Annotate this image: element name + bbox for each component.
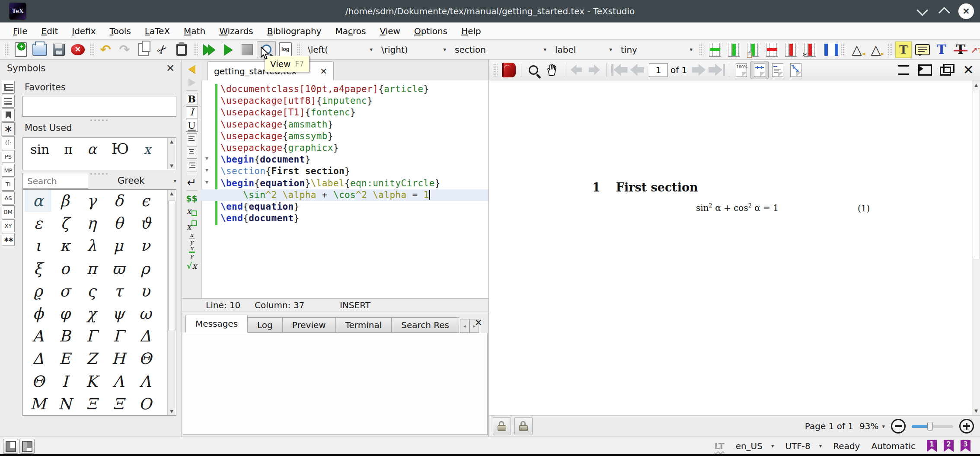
symbol-cell[interactable]: ψ xyxy=(105,303,132,325)
line-ending-mode[interactable]: Automatic xyxy=(871,441,916,451)
symbol-cell[interactable]: κ xyxy=(51,235,78,257)
toolbar-grip[interactable] xyxy=(5,43,9,56)
menu-edit[interactable]: Edit xyxy=(35,24,64,38)
symbol-cell[interactable]: ϕ xyxy=(25,303,51,325)
pdf-previous-page-button[interactable] xyxy=(628,61,646,79)
symbol-grid-scrollbar[interactable]: ▲ ▼ xyxy=(167,190,176,415)
symbol-cell[interactable]: E xyxy=(51,348,78,370)
panel-tab-log[interactable]: Log xyxy=(248,317,283,333)
pdf-close-button[interactable]: ✕ xyxy=(961,63,976,77)
open-file-button[interactable] xyxy=(30,41,49,58)
redo-button[interactable]: ↷ xyxy=(115,41,134,58)
code-line[interactable]: \usepackage{amssymb} xyxy=(217,131,488,142)
code-line[interactable]: \usepackage[utf8]{inputenc} xyxy=(217,95,488,107)
symbol-cell[interactable]: θ xyxy=(105,212,132,235)
chevron-down-icon[interactable]: ▾ xyxy=(882,423,885,430)
pdf-minimize-button[interactable] xyxy=(896,63,911,77)
symbol-cell[interactable]: Λ xyxy=(132,370,159,393)
symbol-cell[interactable]: M xyxy=(25,393,51,415)
copy-button[interactable] xyxy=(134,41,153,58)
most-used-symbol[interactable]: Ю xyxy=(112,140,129,157)
pdf-page-input[interactable]: 1 xyxy=(649,63,668,77)
scroll-up-icon[interactable]: ▲ xyxy=(168,138,176,145)
symbol-cell[interactable]: β xyxy=(51,190,78,212)
add-table-column-button[interactable] xyxy=(725,41,744,58)
text-color-button[interactable]: T xyxy=(932,41,951,58)
close-file-button[interactable]: ✕ xyxy=(68,41,87,58)
most-used-symbol[interactable]: α xyxy=(87,141,97,157)
code-lines[interactable]: \documentclass[10pt,a4paper]{article}\us… xyxy=(217,83,488,224)
symbol-cell[interactable]: α xyxy=(25,190,51,212)
symbol-cell[interactable]: ζ xyxy=(51,212,78,235)
symbol-cell[interactable]: I xyxy=(51,370,78,393)
next-mark-button[interactable]: △▸ xyxy=(866,41,885,58)
pdf-dock-button[interactable] xyxy=(918,63,932,77)
symbol-cell[interactable]: Θ xyxy=(25,370,51,393)
panel-tab-search-res[interactable]: Search Res xyxy=(392,317,459,333)
symbol-cell[interactable]: Δ xyxy=(132,325,159,348)
pdf-hand-tool-button[interactable] xyxy=(543,61,561,79)
tab-close-icon[interactable]: ✕ xyxy=(320,66,327,77)
encoding-selector[interactable]: UTF-8▾ xyxy=(785,441,822,451)
panel-tab-beamer[interactable]: BM xyxy=(2,205,15,218)
symbols-close-icon[interactable]: ✕ xyxy=(166,62,175,74)
bold-button[interactable]: B xyxy=(185,92,199,105)
linebreak-button[interactable]: ↵ xyxy=(185,175,199,189)
symbol-cell[interactable]: ξ xyxy=(25,258,51,280)
symbol-cell[interactable]: ς xyxy=(78,280,105,303)
save-file-button[interactable] xyxy=(49,41,68,58)
underline-button[interactable]: U xyxy=(185,119,199,132)
menu-view[interactable]: View xyxy=(373,24,406,38)
panel-tab-bookmarks[interactable] xyxy=(2,108,15,121)
toolbar-grip[interactable] xyxy=(493,64,498,77)
code-line[interactable]: \end{equation} xyxy=(217,201,488,213)
panel-tab-metapost[interactable]: MP xyxy=(2,164,15,177)
most-used-symbol[interactable]: sin xyxy=(30,142,49,157)
pdf-lock-button-1[interactable] xyxy=(493,417,511,435)
code-line[interactable]: \sin^2 \alpha + \cos^2 \alpha = 1 xyxy=(200,189,488,201)
panel-tab-misc-symbols[interactable]: ∗∗ xyxy=(2,233,15,246)
zoom-out-button[interactable] xyxy=(891,419,906,434)
symbol-cell[interactable]: N xyxy=(51,393,78,415)
undo-button[interactable]: ↶ xyxy=(96,41,115,58)
panel-tab-xymatrix[interactable]: XY xyxy=(2,219,15,232)
symbol-cell[interactable]: Z xyxy=(78,348,105,370)
panel-tab-terminal[interactable]: Terminal xyxy=(336,317,392,333)
minimize-button[interactable] xyxy=(919,7,928,16)
panel-tab-most-used[interactable]: ∗ xyxy=(2,122,15,135)
most-used-symbol[interactable]: π xyxy=(64,142,73,157)
most-used-symbol[interactable]: x xyxy=(144,142,151,157)
text-superscript-button[interactable]: ↗TT xyxy=(970,41,980,58)
scroll-down-icon[interactable]: ▼ xyxy=(168,163,176,169)
symbol-cell[interactable]: O xyxy=(132,393,159,415)
maximize-button[interactable] xyxy=(939,7,947,16)
paste-table-column-button[interactable]: 📋 xyxy=(744,41,763,58)
pdf-document-button[interactable] xyxy=(500,61,518,79)
symbol-search-input[interactable] xyxy=(22,173,88,189)
symbol-cell[interactable]: ν xyxy=(132,235,159,257)
code-line[interactable]: \documentclass[10pt,a4paper]{article} xyxy=(217,83,488,95)
zoom-slider[interactable] xyxy=(912,422,953,430)
align-table-columns-button[interactable] xyxy=(820,41,839,58)
pdf-search-button[interactable] xyxy=(524,61,543,79)
menu-wizards[interactable]: Wizards xyxy=(213,24,259,38)
symbol-cell[interactable]: υ xyxy=(132,280,159,303)
toggle-side-panel-button[interactable] xyxy=(19,439,35,454)
symbol-cell[interactable]: Θ xyxy=(132,348,159,370)
remove-table-column-button[interactable] xyxy=(782,41,801,58)
symbol-cell[interactable]: Λ xyxy=(105,370,132,393)
panel-tab-structure[interactable] xyxy=(2,81,15,94)
symbol-cell[interactable]: φ xyxy=(51,303,78,325)
symbol-cell[interactable]: ρ xyxy=(132,258,159,280)
align-right-button[interactable] xyxy=(185,159,199,172)
panel-close-icon[interactable]: ✕ xyxy=(475,317,482,328)
scrollbar-thumb[interactable] xyxy=(168,201,176,331)
panel-tab-messages[interactable]: Messages xyxy=(185,315,248,333)
symbol-cell[interactable]: χ xyxy=(78,303,105,325)
pdf-history-forward-button[interactable] xyxy=(585,61,603,79)
symbol-cell[interactable]: ϵ xyxy=(132,190,159,212)
right-delimiter-combo[interactable]: \right)▾ xyxy=(377,42,450,57)
zoom-in-button[interactable] xyxy=(959,419,974,434)
scroll-down-icon[interactable]: ▼ xyxy=(168,408,176,415)
symbol-cell[interactable]: Ξ xyxy=(105,393,132,415)
